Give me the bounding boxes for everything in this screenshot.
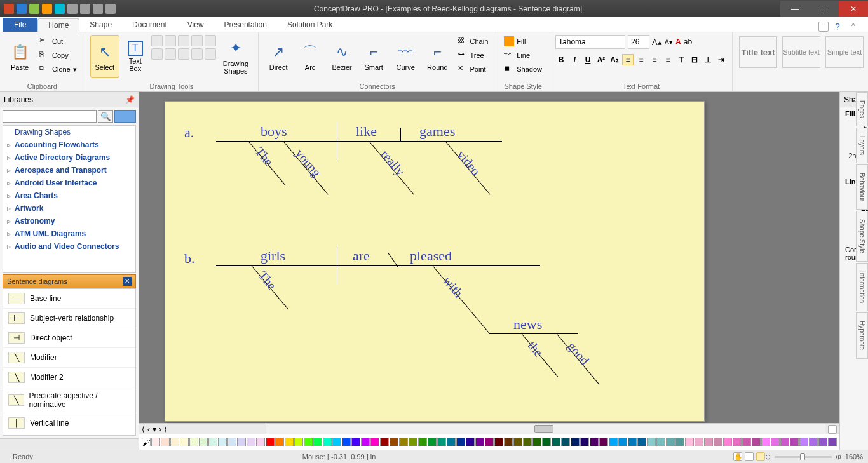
color-swatch[interactable] bbox=[666, 438, 675, 446]
color-swatch[interactable] bbox=[695, 438, 703, 446]
qat-icon[interactable] bbox=[105, 4, 116, 14]
tree-item[interactable]: Audio and Video Connectors bbox=[3, 240, 135, 253]
tab-view[interactable]: View bbox=[177, 18, 214, 32]
color-swatch[interactable] bbox=[628, 438, 637, 446]
color-swatch[interactable] bbox=[466, 438, 475, 446]
last-page-icon[interactable]: ⟩ bbox=[164, 425, 167, 434]
stencil-list[interactable]: —Base line ⊢Subject-verb relationship ⊣D… bbox=[3, 288, 136, 436]
color-swatch[interactable] bbox=[266, 438, 275, 446]
clone-button[interactable]: ⧉Clone ▾ bbox=[37, 63, 79, 76]
side-tab-hypernote[interactable]: Hypernote bbox=[856, 312, 868, 358]
search-button[interactable]: 🔍 bbox=[98, 110, 113, 123]
first-page-icon[interactable]: ⟨ bbox=[142, 425, 145, 434]
highlight-icon[interactable]: ab bbox=[684, 37, 692, 46]
color-swatch[interactable] bbox=[361, 438, 370, 446]
connector-direct[interactable]: ↗Direct bbox=[264, 35, 293, 78]
font-size-select[interactable] bbox=[628, 35, 649, 49]
style-title[interactable]: Title text bbox=[739, 36, 777, 68]
font-color-icon[interactable]: A bbox=[675, 37, 681, 46]
color-swatch[interactable] bbox=[656, 438, 665, 446]
align-justify-button[interactable]: ≡ bbox=[662, 54, 674, 65]
style-simple[interactable]: Simple text bbox=[825, 36, 864, 68]
tree-item[interactable]: Aerospace and Transport bbox=[3, 164, 135, 177]
color-swatch[interactable] bbox=[599, 438, 608, 446]
qat-icon[interactable] bbox=[80, 4, 90, 14]
stencil-item[interactable]: ╲Modifier bbox=[3, 348, 135, 368]
color-swatch[interactable] bbox=[714, 438, 722, 446]
color-swatch[interactable] bbox=[723, 438, 732, 446]
color-swatch[interactable] bbox=[542, 438, 551, 446]
color-swatch[interactable] bbox=[409, 438, 417, 446]
subscript-button[interactable]: A₂ bbox=[609, 54, 620, 65]
stencil-item[interactable]: │Vertical line bbox=[3, 413, 135, 433]
color-swatch[interactable] bbox=[752, 438, 761, 446]
next-page-icon[interactable]: › bbox=[159, 425, 161, 434]
library-tree[interactable]: Drawing Shapes Accounting Flowcharts Act… bbox=[3, 125, 136, 273]
tab-shape[interactable]: Shape bbox=[79, 18, 122, 32]
connector-smart[interactable]: ⌐Smart bbox=[359, 35, 388, 78]
page-tab-well[interactable]: ⟨ ‹ ▾ › ⟩ bbox=[139, 424, 266, 434]
color-swatch[interactable] bbox=[313, 438, 322, 446]
color-swatch[interactable] bbox=[637, 438, 646, 446]
color-swatch[interactable] bbox=[590, 438, 599, 446]
tree-button[interactable]: ⊶Tree bbox=[455, 49, 491, 62]
color-swatch[interactable] bbox=[647, 438, 656, 446]
side-tab-layers[interactable]: Layers bbox=[856, 128, 868, 163]
color-swatch[interactable] bbox=[151, 438, 160, 446]
grow-font-icon[interactable]: A▴ bbox=[652, 37, 662, 47]
color-swatch[interactable] bbox=[227, 438, 236, 446]
color-swatch[interactable] bbox=[390, 438, 398, 446]
point-button[interactable]: ✕Point bbox=[455, 63, 491, 76]
shrink-font-icon[interactable]: A▾ bbox=[665, 38, 673, 46]
h-scrollbar[interactable] bbox=[266, 424, 825, 434]
color-swatch[interactable] bbox=[809, 438, 818, 446]
tab-home[interactable]: Home bbox=[37, 18, 79, 32]
color-swatch[interactable] bbox=[418, 438, 427, 446]
color-swatch[interactable] bbox=[742, 438, 751, 446]
color-swatch[interactable] bbox=[780, 438, 789, 446]
qat-icon[interactable] bbox=[67, 4, 78, 14]
color-swatch[interactable] bbox=[218, 438, 227, 446]
color-swatch[interactable] bbox=[342, 438, 351, 446]
close-button[interactable]: ✕ bbox=[839, 1, 868, 17]
color-swatch[interactable] bbox=[323, 438, 332, 446]
color-swatch[interactable] bbox=[733, 438, 742, 446]
tree-item[interactable]: Android User Interface bbox=[3, 177, 135, 189]
stencil-item[interactable]: ⊣Direct object bbox=[3, 328, 135, 348]
stencil-header[interactable]: Sentence diagrams ✕ bbox=[3, 274, 136, 288]
color-swatch[interactable] bbox=[247, 438, 255, 446]
shape-tool-grid[interactable] bbox=[151, 35, 216, 60]
tree-item[interactable]: Astronomy bbox=[3, 215, 135, 227]
qat-icon[interactable] bbox=[93, 4, 103, 14]
left-scrollbar[interactable] bbox=[0, 438, 139, 450]
connector-bezier[interactable]: ∿Bezier bbox=[327, 35, 356, 78]
color-swatch[interactable] bbox=[818, 438, 827, 446]
superscript-button[interactable]: A² bbox=[595, 54, 607, 65]
color-swatch[interactable] bbox=[513, 438, 522, 446]
color-swatch[interactable] bbox=[332, 438, 341, 446]
color-swatch[interactable] bbox=[552, 438, 560, 446]
color-swatch[interactable] bbox=[161, 438, 170, 446]
font-family-select[interactable] bbox=[555, 35, 625, 49]
shadow-button[interactable]: ◼Shadow bbox=[501, 63, 545, 76]
collapse-ribbon-icon[interactable]: ^ bbox=[851, 22, 862, 32]
color-swatch[interactable] bbox=[447, 438, 456, 446]
options-icon[interactable] bbox=[818, 22, 829, 32]
close-stencil-icon[interactable]: ✕ bbox=[123, 277, 132, 286]
paste-button[interactable]: 📋 Paste bbox=[5, 35, 34, 78]
color-swatch[interactable] bbox=[208, 438, 217, 446]
library-search-input[interactable] bbox=[3, 110, 97, 123]
page-tab-dropdown[interactable]: ▾ bbox=[153, 425, 156, 434]
color-swatch[interactable] bbox=[437, 438, 446, 446]
tree-item[interactable]: ATM UML Diagrams bbox=[3, 227, 135, 240]
valign-mid-button[interactable]: ⊟ bbox=[689, 54, 700, 65]
color-swatch[interactable] bbox=[237, 438, 246, 446]
bold-button[interactable]: B bbox=[555, 54, 567, 65]
color-swatch[interactable] bbox=[580, 438, 589, 446]
color-swatch[interactable] bbox=[504, 438, 513, 446]
stencil-item[interactable]: ╲Modifier 2 bbox=[3, 368, 135, 387]
connector-round[interactable]: ⌐Round bbox=[423, 35, 452, 78]
indent-button[interactable]: ⇥ bbox=[715, 54, 727, 65]
hand-tool-icon[interactable]: ✋ bbox=[733, 452, 742, 461]
line-button[interactable]: 〰Line bbox=[501, 49, 545, 62]
